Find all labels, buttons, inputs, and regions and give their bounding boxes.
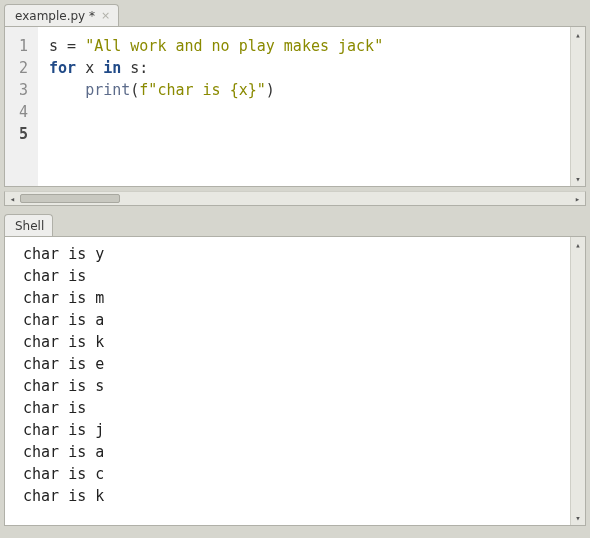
scroll-up-icon[interactable]: ▴ (571, 237, 585, 252)
scroll-down-icon[interactable]: ▾ (571, 171, 585, 186)
shell-output-line: char is y (23, 243, 560, 265)
line-number: 4 (19, 101, 28, 123)
shell-tab[interactable]: Shell (4, 214, 53, 236)
editor-tab-label: example.py * (15, 9, 95, 23)
shell-output-line: char is k (23, 485, 560, 507)
code-line: for x in s: (49, 57, 560, 79)
editor-tab-bar: example.py * × (0, 0, 590, 26)
shell-output-line: char is a (23, 441, 560, 463)
editor-horizontal-scrollbar[interactable]: ◂ ▸ (4, 191, 586, 206)
scroll-down-icon[interactable]: ▾ (571, 510, 585, 525)
shell-body: char is ychar is char is mchar is achar … (4, 236, 586, 526)
editor-tab[interactable]: example.py * × (4, 4, 119, 26)
scrollbar-track[interactable] (20, 192, 570, 205)
shell-output-line: char is (23, 397, 560, 419)
line-number: 2 (19, 57, 28, 79)
line-number: 1 (19, 35, 28, 57)
shell-tab-label: Shell (15, 219, 44, 233)
scroll-left-icon[interactable]: ◂ (5, 192, 20, 205)
shell-output-line: char is e (23, 353, 560, 375)
editor-vertical-scrollbar[interactable]: ▴ ▾ (570, 27, 585, 186)
line-number: 5 (19, 123, 28, 145)
shell-blank-line (23, 507, 560, 525)
shell-vertical-scrollbar[interactable]: ▴ ▾ (570, 237, 585, 525)
line-number: 3 (19, 79, 28, 101)
shell-output-line: char is j (23, 419, 560, 441)
code-area[interactable]: s = "All work and no play makes jack"for… (39, 27, 570, 186)
code-line: print(f"char is {x}") (49, 79, 560, 101)
shell-pane: Shell char is ychar is char is mchar is … (0, 210, 590, 526)
editor-pane: example.py * × 1 2 3 4 5 s = "All work a… (0, 0, 590, 210)
line-number-gutter: 1 2 3 4 5 (5, 27, 39, 186)
scroll-up-icon[interactable]: ▴ (571, 27, 585, 42)
scroll-right-icon[interactable]: ▸ (570, 192, 585, 205)
editor-body: 1 2 3 4 5 s = "All work and no play make… (4, 26, 586, 187)
scrollbar-thumb[interactable] (20, 194, 120, 203)
shell-output-line: char is c (23, 463, 560, 485)
shell-output[interactable]: char is ychar is char is mchar is achar … (5, 237, 570, 525)
shell-output-line: char is a (23, 309, 560, 331)
shell-output-line: char is (23, 265, 560, 287)
code-line: s = "All work and no play makes jack" (49, 35, 560, 57)
shell-tab-bar: Shell (0, 210, 590, 236)
shell-output-line: char is m (23, 287, 560, 309)
close-icon[interactable]: × (101, 10, 110, 21)
shell-output-line: char is s (23, 375, 560, 397)
shell-output-line: char is k (23, 331, 560, 353)
